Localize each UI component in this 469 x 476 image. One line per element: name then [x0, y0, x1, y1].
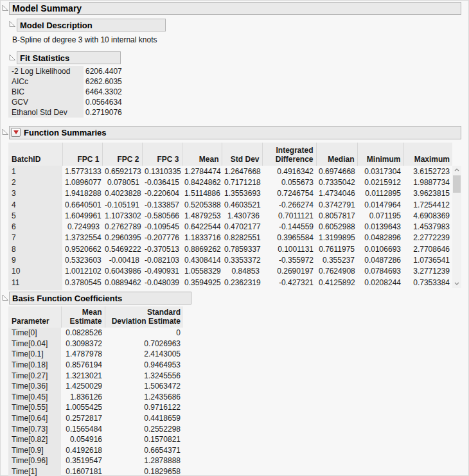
cell[interactable]: Time[0.04]: [8, 339, 61, 349]
cell[interactable]: Time[0.45]: [8, 392, 61, 403]
table-row[interactable]: Time[0.27]1.32130211.3245556: [8, 370, 183, 381]
table-row[interactable]: GCV0.0564634: [8, 97, 122, 107]
cell[interactable]: 0.0139643: [357, 221, 403, 232]
table-row[interactable]: 101.00121020.6043986-0.4909311.05583290.…: [8, 266, 452, 277]
cell[interactable]: -0.220604: [142, 188, 182, 199]
cell[interactable]: 0.4192618: [61, 445, 105, 456]
cell[interactable]: 1.3213021: [61, 370, 105, 381]
cell[interactable]: -0.133857: [142, 199, 182, 210]
section-bar-function-summaries[interactable]: Function Summaries: [9, 126, 461, 139]
cell[interactable]: 0.8424862: [182, 177, 222, 188]
cell[interactable]: -0.266274: [262, 199, 316, 210]
cell[interactable]: 1.0012102: [62, 266, 102, 277]
table-row[interactable]: Time[0.55]1.00554250.9716122: [8, 402, 183, 413]
cell[interactable]: 0.8869262: [182, 243, 222, 254]
cell[interactable]: 1.430736: [222, 210, 262, 221]
cell[interactable]: 0.7011121: [262, 210, 316, 221]
cell[interactable]: 0.7246754: [262, 188, 316, 199]
cell[interactable]: -0.082103: [142, 254, 182, 265]
cell[interactable]: 0.0215912: [357, 177, 403, 188]
cell[interactable]: -0.490931: [142, 266, 182, 277]
cell[interactable]: Time[0]: [8, 328, 61, 339]
cell[interactable]: 0.0564634: [84, 97, 122, 107]
cell[interactable]: Time[0.96]: [8, 455, 61, 466]
cell[interactable]: -2 Log Likelihood: [8, 66, 84, 76]
cell[interactable]: -0.036415: [142, 177, 182, 188]
cell[interactable]: 0.9464953: [105, 360, 183, 371]
cell[interactable]: 0.3519547: [61, 455, 105, 466]
cell[interactable]: 2.2772239: [403, 233, 452, 243]
cell[interactable]: 12: [8, 288, 62, 290]
cell[interactable]: 1.2878888: [105, 455, 183, 466]
cell[interactable]: -0.144559: [262, 221, 316, 232]
cell[interactable]: 0.0208244: [357, 277, 403, 288]
scroll-up-icon[interactable]: [452, 166, 461, 174]
disclosure-triangle-icon[interactable]: [9, 21, 16, 28]
cell[interactable]: 1.3199895: [316, 233, 357, 243]
table-row[interactable]: BIC6464.3302: [8, 87, 122, 97]
cell[interactable]: 0.0482896: [357, 233, 403, 243]
table-row[interactable]: Time[0.45]1.8361261.2435686: [8, 392, 183, 403]
cell[interactable]: -0.00418: [102, 254, 142, 265]
cell[interactable]: Time[0.64]: [8, 413, 61, 424]
cell[interactable]: 0.4418659: [105, 413, 183, 424]
cell[interactable]: 1.4734046: [316, 188, 357, 199]
cell[interactable]: AICc: [8, 76, 84, 87]
cell[interactable]: 0.1310335: [142, 166, 182, 177]
cell[interactable]: 1.836126: [61, 392, 105, 403]
scroll-down-icon[interactable]: [452, 279, 461, 288]
cell[interactable]: Time[1]: [8, 466, 61, 476]
cell[interactable]: 0.6654371: [105, 445, 183, 456]
cell[interactable]: 1.9887734: [403, 177, 452, 188]
cell[interactable]: Time[0.18]: [8, 360, 61, 371]
cell[interactable]: 6206.4407: [84, 66, 122, 76]
table-row[interactable]: Time[0.9]0.41926180.6654371: [8, 445, 183, 456]
cell[interactable]: 0.7165157: [102, 288, 142, 290]
cell[interactable]: 6262.6035: [84, 76, 122, 87]
cell[interactable]: 0.0112895: [357, 188, 403, 199]
cell[interactable]: 1.2784474: [182, 166, 222, 177]
cell[interactable]: 0.1072643: [262, 288, 316, 290]
cell[interactable]: 0.2719076: [84, 107, 122, 118]
cell[interactable]: 0.0784693: [357, 266, 403, 277]
cell[interactable]: 0.2362319: [222, 277, 262, 288]
cell[interactable]: 0.4916342: [262, 166, 316, 177]
disclosure-triangle-icon[interactable]: [2, 128, 9, 136]
cell[interactable]: 1.5063472: [105, 381, 183, 392]
cell[interactable]: 0.7624908: [316, 266, 357, 277]
cell[interactable]: 0.4308414: [182, 254, 222, 265]
cell[interactable]: 0.0317304: [357, 166, 403, 177]
cell[interactable]: 0.0452643: [357, 288, 403, 290]
cell[interactable]: 1.4879253: [182, 210, 222, 221]
table-row[interactable]: 71.37325540.2960395-0.2077761.18337160.8…: [8, 233, 452, 243]
cell[interactable]: 0.6422544: [182, 221, 222, 232]
cell[interactable]: 0.9849774: [182, 288, 222, 290]
cell[interactable]: 11: [8, 277, 62, 288]
cell[interactable]: 0.355237: [316, 254, 357, 265]
cell[interactable]: 0.9520662: [62, 243, 102, 254]
cell[interactable]: 3.6152723: [403, 166, 452, 177]
cell[interactable]: 6: [8, 221, 62, 232]
disclosure-triangle-icon[interactable]: [2, 4, 9, 12]
cell[interactable]: 1.5114886: [182, 188, 222, 199]
table-row[interactable]: 60.7249930.2762789-0.1095450.64225440.47…: [8, 221, 452, 232]
red-triangle-menu-button[interactable]: [11, 128, 21, 137]
cell[interactable]: 0.3098372: [61, 339, 105, 349]
cell[interactable]: 0.2762789: [102, 221, 142, 232]
cell[interactable]: 1.4250029: [61, 381, 105, 392]
cell[interactable]: 0.054916: [61, 434, 105, 445]
cell[interactable]: 0.6640501: [62, 199, 102, 210]
table-row[interactable]: 21.08960770.078051-0.0364150.84248620.71…: [8, 177, 452, 188]
cell[interactable]: Time[0.55]: [8, 402, 61, 413]
cell[interactable]: 4.6908369: [403, 210, 452, 221]
cell[interactable]: Ethanol Std Dev: [8, 107, 84, 118]
cell[interactable]: 0.1829658: [105, 466, 183, 476]
cell[interactable]: 0.1570821: [105, 434, 183, 445]
cell[interactable]: 0.5469222: [102, 243, 142, 254]
table-row[interactable]: Time[0]0.08285260: [8, 328, 183, 339]
cell[interactable]: 2.7708646: [403, 243, 452, 254]
table-row[interactable]: 90.5323603-0.00418-0.0821030.43084140.33…: [8, 254, 452, 265]
table-row[interactable]: Time[0.64]0.25728170.4418659: [8, 413, 183, 424]
cell[interactable]: 0.0106693: [357, 243, 403, 254]
section-bar-model-description[interactable]: Model Description: [17, 19, 166, 31]
